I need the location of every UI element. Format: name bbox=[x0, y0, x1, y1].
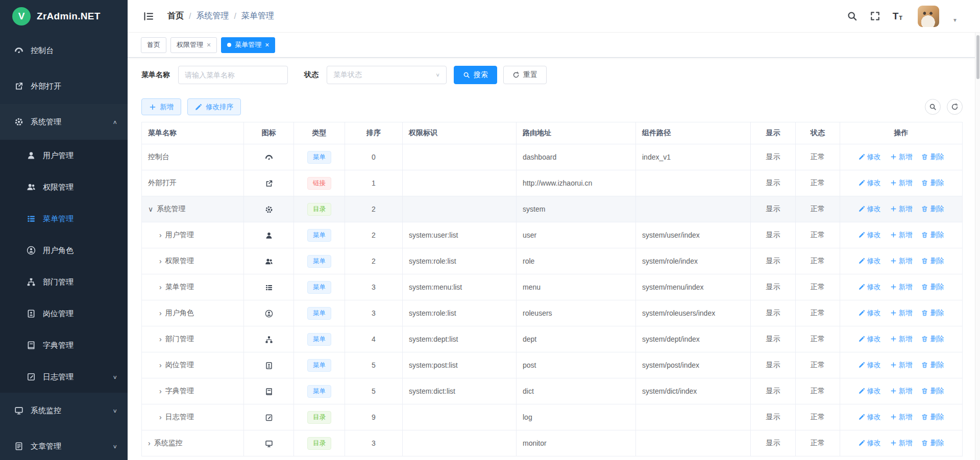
add-button[interactable]: 新增 bbox=[141, 98, 181, 115]
expand-arrow-icon[interactable]: › bbox=[159, 283, 162, 291]
sidebar-item-dict-management[interactable]: 字典管理 bbox=[0, 329, 128, 361]
sidebar-item-system-management[interactable]: 系统管理 ∧ bbox=[0, 104, 128, 140]
expand-arrow-icon[interactable]: › bbox=[159, 257, 162, 265]
expand-arrow-icon[interactable]: › bbox=[159, 413, 162, 421]
table-row[interactable]: › 权限管理 菜单 2 system:role:list role system… bbox=[142, 248, 963, 274]
edit-link[interactable]: 修改 bbox=[859, 178, 881, 188]
delete-link[interactable]: 删除 bbox=[921, 361, 944, 370]
table-row[interactable]: 外部打开 链接 1 http://www.izhaorui.cn 显示 bbox=[142, 170, 963, 196]
tab-home[interactable]: 首页 bbox=[141, 37, 166, 53]
reset-button[interactable]: 重置 bbox=[503, 66, 547, 84]
app-logo[interactable]: V ZrAdmin.NET bbox=[0, 0, 128, 33]
table-row[interactable]: › 系统监控 目录 3 monitor 显示 bbox=[142, 430, 963, 456]
table-row[interactable]: › 岗位管理 菜单 5 system:post:list post system… bbox=[142, 352, 963, 378]
add-link[interactable]: 新增 bbox=[890, 178, 913, 188]
type-tag: 菜单 bbox=[307, 385, 331, 398]
sidebar-item-article-management[interactable]: 文章管理 ∨ bbox=[0, 428, 128, 460]
search-icon[interactable] bbox=[847, 11, 857, 21]
expand-arrow-icon[interactable]: › bbox=[159, 309, 162, 317]
expand-arrow-icon[interactable]: › bbox=[159, 387, 162, 395]
table-search-toggle-button[interactable] bbox=[925, 99, 941, 115]
status-select[interactable]: 菜单状态 ∨ bbox=[327, 66, 447, 84]
close-icon[interactable]: × bbox=[265, 41, 269, 49]
add-link[interactable]: 新增 bbox=[890, 205, 913, 214]
delete-link[interactable]: 删除 bbox=[921, 231, 944, 240]
avatar[interactable] bbox=[918, 6, 939, 27]
expand-arrow-icon[interactable]: › bbox=[159, 361, 162, 369]
delete-link[interactable]: 删除 bbox=[921, 335, 944, 344]
font-size-icon[interactable]: TT bbox=[893, 11, 902, 21]
edit-link[interactable]: 修改 bbox=[859, 439, 881, 448]
edit-link[interactable]: 修改 bbox=[859, 361, 881, 370]
sidebar-item-permission-management[interactable]: 权限管理 bbox=[0, 171, 128, 203]
edit-link[interactable]: 修改 bbox=[859, 152, 881, 162]
edit-link[interactable]: 修改 bbox=[859, 387, 881, 396]
table-row[interactable]: › 字典管理 菜单 5 system:dict:list dict system… bbox=[142, 378, 963, 404]
sidebar-item-post-management[interactable]: 岗位管理 bbox=[0, 298, 128, 329]
delete-link[interactable]: 删除 bbox=[921, 257, 944, 266]
type-cell: 菜单 bbox=[294, 300, 345, 326]
edit-link[interactable]: 修改 bbox=[859, 309, 881, 318]
table-row[interactable]: › 日志管理 目录 9 log 显示 bbox=[142, 404, 963, 430]
edit-link[interactable]: 修改 bbox=[859, 257, 881, 266]
table-row[interactable]: › 部门管理 菜单 4 system:dept:list dept system… bbox=[142, 326, 963, 352]
table-row[interactable]: › 用户管理 菜单 2 system:user:list user system… bbox=[142, 222, 963, 248]
table-row[interactable]: › 菜单管理 菜单 3 system:menu:list menu system… bbox=[142, 274, 963, 300]
status-cell: 正常 bbox=[796, 300, 840, 326]
expand-arrow-icon[interactable]: › bbox=[159, 335, 162, 343]
sort-cell: 5 bbox=[345, 378, 403, 404]
sidebar-item-menu-management[interactable]: 菜单管理 bbox=[0, 203, 128, 235]
add-link[interactable]: 新增 bbox=[890, 387, 913, 396]
table-row[interactable]: 控制台 菜单 0 dashboard index_v1 显示 正常 bbox=[142, 144, 963, 170]
close-icon[interactable]: × bbox=[207, 41, 211, 49]
sidebar-item-user-role[interactable]: 用户角色 bbox=[0, 235, 128, 266]
sidebar-item-log-management[interactable]: 日志管理 ∨ bbox=[0, 361, 128, 393]
delete-link[interactable]: 删除 bbox=[921, 178, 944, 188]
delete-link[interactable]: 删除 bbox=[921, 205, 944, 214]
tab-menu-management[interactable]: 菜单管理 × bbox=[221, 37, 275, 53]
user-dropdown-caret-icon[interactable]: ▼ bbox=[952, 17, 958, 23]
edit-link[interactable]: 修改 bbox=[859, 231, 881, 240]
add-link[interactable]: 新增 bbox=[890, 152, 913, 162]
sidebar-item-department-management[interactable]: 部门管理 bbox=[0, 266, 128, 298]
breadcrumb-home[interactable]: 首页 bbox=[167, 11, 184, 21]
type-cell: 菜单 bbox=[294, 378, 345, 404]
expand-arrow-icon[interactable]: › bbox=[148, 439, 151, 447]
delete-link[interactable]: 删除 bbox=[921, 387, 944, 396]
add-link[interactable]: 新增 bbox=[890, 283, 913, 292]
add-link[interactable]: 新增 bbox=[890, 439, 913, 448]
sidebar-item-user-management[interactable]: 用户管理 bbox=[0, 140, 128, 171]
expand-arrow-icon[interactable]: › bbox=[159, 231, 162, 239]
edit-link[interactable]: 修改 bbox=[859, 335, 881, 344]
fullscreen-icon[interactable] bbox=[870, 11, 880, 21]
menu-name-input[interactable] bbox=[178, 66, 288, 84]
add-link[interactable]: 新增 bbox=[890, 413, 913, 422]
delete-link[interactable]: 删除 bbox=[921, 283, 944, 292]
search-button[interactable]: 搜索 bbox=[454, 66, 497, 84]
sidebar-item-system-monitor[interactable]: 系统监控 ∨ bbox=[0, 393, 128, 428]
add-link[interactable]: 新增 bbox=[890, 361, 913, 370]
sidebar-item-external-open[interactable]: 外部打开 bbox=[0, 68, 128, 104]
edit-link[interactable]: 修改 bbox=[859, 413, 881, 422]
edit-link[interactable]: 修改 bbox=[859, 283, 881, 292]
tab-permission-management[interactable]: 权限管理 × bbox=[170, 37, 217, 53]
table-row[interactable]: ∨ 系统管理 目录 2 system 显示 bbox=[142, 196, 963, 222]
add-link[interactable]: 新增 bbox=[890, 257, 913, 266]
expand-arrow-icon[interactable]: ∨ bbox=[148, 205, 153, 213]
add-link[interactable]: 新增 bbox=[890, 335, 913, 344]
sidebar-toggle-icon[interactable] bbox=[143, 11, 154, 22]
scrollbar-thumb[interactable] bbox=[976, 35, 979, 79]
delete-link[interactable]: 删除 bbox=[921, 152, 944, 162]
delete-link[interactable]: 删除 bbox=[921, 309, 944, 318]
delete-link[interactable]: 删除 bbox=[921, 439, 944, 448]
modify-sort-button[interactable]: 修改排序 bbox=[187, 98, 241, 115]
add-link[interactable]: 新增 bbox=[890, 231, 913, 240]
table-refresh-button[interactable] bbox=[947, 99, 963, 115]
table-row[interactable]: › 用户角色 菜单 3 system:role:list roleusers s… bbox=[142, 300, 963, 326]
sidebar-item-dashboard[interactable]: 控制台 bbox=[0, 33, 128, 68]
trash-icon bbox=[921, 232, 928, 238]
breadcrumb-system[interactable]: 系统管理 bbox=[196, 11, 229, 21]
edit-link[interactable]: 修改 bbox=[859, 205, 881, 214]
add-link[interactable]: 新增 bbox=[890, 309, 913, 318]
delete-link[interactable]: 删除 bbox=[921, 413, 944, 422]
